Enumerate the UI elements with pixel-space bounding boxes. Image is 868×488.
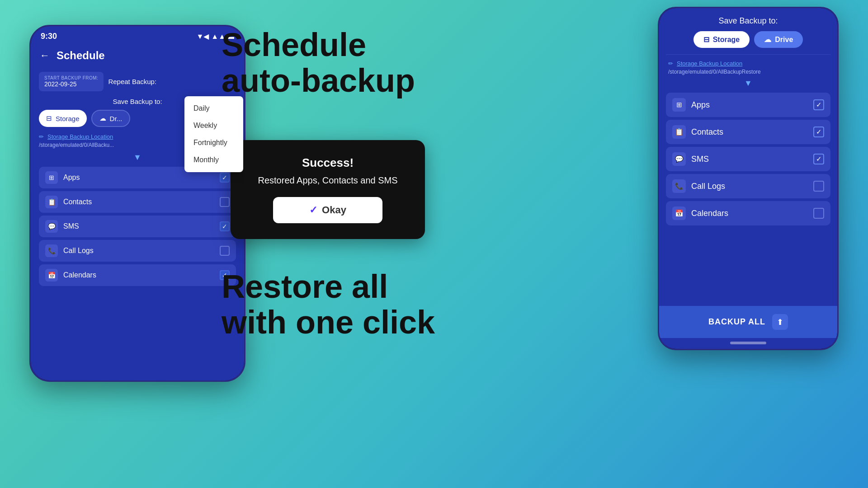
right-backup-item-sms[interactable]: 💬 SMS ✓ (666, 147, 830, 171)
headline-line2: auto-backup (222, 62, 415, 99)
phone-right: Save Backup to: ⊟ Storage ☁ Drive ✏ Stor… (658, 7, 839, 350)
right-contacts-label: Contacts (691, 127, 808, 137)
headline: Schedule auto-backup (222, 27, 439, 99)
right-drive-icon: ☁ (764, 35, 771, 44)
right-expand-arrow[interactable]: ▼ (659, 79, 837, 88)
backup-item-contacts[interactable]: 📋 Contacts (39, 191, 236, 213)
right-backup-items-list: ⊞ Apps ✓ 📋 Contacts ✓ 💬 SMS ✓ (659, 93, 837, 301)
apps-label: Apps (63, 174, 214, 182)
calendars-label: Calendars (63, 271, 214, 279)
start-backup-box: START BACKUP FROM: 2022-09-25 (39, 72, 104, 91)
wifi-icon: ▼◀ (196, 32, 209, 41)
dropdown-fortnightly[interactable]: Fortnightly (184, 134, 243, 151)
app-header-left: ← Schedule (31, 45, 244, 66)
dropdown-monthly[interactable]: Monthly (184, 151, 243, 169)
success-title: Success! (244, 156, 411, 170)
right-location-row: ✏ Storage Backup Location (659, 60, 837, 69)
okay-label: Okay (322, 204, 346, 216)
contacts-label: Contacts (63, 198, 214, 206)
sms-label: SMS (63, 222, 214, 230)
success-message: Restored Apps, Contacts and SMS (244, 175, 411, 186)
status-time: 9:30 (41, 32, 57, 41)
call-logs-label: Call Logs (63, 247, 214, 255)
repeat-backup-label: Repeat Backup: (108, 78, 156, 85)
right-backup-item-apps[interactable]: ⊞ Apps ✓ (666, 93, 830, 117)
okay-check-icon: ✓ (309, 204, 317, 216)
storage-button[interactable]: ⊟ Storage (39, 110, 87, 127)
right-sms-label: SMS (691, 155, 808, 164)
right-backup-item-calendars[interactable]: 📅 Calendars (666, 201, 830, 225)
right-pencil-icon: ✏ (668, 60, 673, 67)
right-storage-path: /storage/emulated/0/AllBackupRestore (659, 69, 837, 79)
center-content: Schedule auto-backup (222, 27, 439, 99)
right-calendars-label: Calendars (691, 209, 808, 218)
right-drive-label: Drive (775, 36, 793, 44)
drive-button[interactable]: ☁ Dr... (91, 110, 131, 127)
apps-icon: ⊞ (45, 171, 58, 184)
right-contacts-icon: 📋 (672, 125, 686, 139)
right-calendars-icon: 📅 (672, 206, 686, 220)
success-dialog: Success! Restored Apps, Contacts and SMS… (231, 140, 425, 239)
start-backup-date: 2022-09-25 (44, 80, 98, 88)
backup-all-upload-icon: ⬆ (772, 314, 788, 330)
pencil-icon: ✏ (39, 133, 44, 140)
apps-checkbox[interactable]: ✓ (220, 173, 230, 183)
storage-btn-label: Storage (56, 115, 80, 122)
storage-location-link[interactable]: Storage Backup Location (47, 133, 113, 140)
repeat-backup-dropdown: Daily Weekly Fortnightly Monthly (184, 96, 243, 172)
contacts-icon: 📋 (45, 196, 58, 208)
calendars-icon: 📅 (45, 269, 58, 282)
backup-item-calendars[interactable]: 📅 Calendars ✓ (39, 264, 236, 286)
backup-item-call-logs[interactable]: 📞 Call Logs (39, 240, 236, 262)
storage-icon: ⊟ (46, 114, 52, 122)
screen-title: Schedule (57, 49, 105, 62)
call-logs-icon: 📞 (45, 244, 58, 257)
dropdown-daily[interactable]: Daily (184, 100, 243, 117)
right-apps-checkbox[interactable]: ✓ (813, 99, 824, 110)
right-sms-icon: 💬 (672, 152, 686, 166)
restore-line1: Restore all (222, 268, 388, 305)
right-backup-item-contacts[interactable]: 📋 Contacts ✓ (666, 120, 830, 144)
restore-line2: with one click (222, 304, 435, 340)
phone-left: 9:30 ▼◀ ▲▲ ▬ ← Schedule START BACKUP FRO… (29, 25, 245, 382)
backup-all-label: BACKUP ALL (708, 317, 765, 327)
right-drive-button[interactable]: ☁ Drive (754, 31, 803, 48)
status-bar-left: 9:30 ▼◀ ▲▲ ▬ (31, 26, 244, 45)
contacts-checkbox[interactable] (220, 197, 230, 207)
start-backup-row: START BACKUP FROM: 2022-09-25 Repeat Bac… (39, 72, 236, 91)
right-calendars-checkbox[interactable] (813, 208, 824, 219)
backup-item-sms[interactable]: 💬 SMS ✓ (39, 216, 236, 237)
back-button[interactable]: ← (40, 50, 50, 61)
dropdown-weekly[interactable]: Weekly (184, 117, 243, 134)
okay-button[interactable]: ✓ Okay (273, 197, 382, 223)
restore-text: Restore all with one click (222, 269, 439, 340)
right-contacts-checkbox[interactable]: ✓ (813, 127, 824, 137)
right-divider (666, 54, 830, 55)
right-apps-label: Apps (691, 100, 808, 110)
drive-icon: ☁ (99, 114, 106, 122)
right-backup-item-call-logs[interactable]: 📞 Call Logs (666, 174, 830, 198)
bottom-center-text: Restore all with one click (222, 269, 439, 340)
right-call-logs-checkbox[interactable] (813, 181, 824, 192)
right-storage-label: Storage (713, 36, 740, 44)
right-save-label: Save Backup to: (659, 8, 837, 31)
headline-line1: Schedule (222, 27, 366, 63)
call-logs-checkbox[interactable] (220, 246, 230, 256)
right-location-link[interactable]: Storage Backup Location (677, 60, 742, 67)
right-storage-buttons: ⊟ Storage ☁ Drive (659, 31, 837, 54)
right-apps-icon: ⊞ (672, 98, 686, 112)
start-backup-label: START BACKUP FROM: (44, 75, 98, 80)
backup-all-button[interactable]: BACKUP ALL ⬆ (659, 306, 837, 338)
drive-btn-label: Dr... (110, 115, 123, 122)
right-sms-checkbox[interactable]: ✓ (813, 154, 824, 164)
right-storage-icon: ⊟ (703, 35, 709, 44)
sms-checkbox[interactable]: ✓ (220, 221, 230, 231)
right-storage-button[interactable]: ⊟ Storage (693, 31, 750, 48)
right-call-logs-icon: 📞 (672, 179, 686, 193)
backup-items-list: ⊞ Apps ✓ 📋 Contacts 💬 SMS ✓ 📞 Call Logs (39, 167, 236, 286)
home-bar (730, 342, 766, 344)
right-call-logs-label: Call Logs (691, 182, 808, 191)
sms-icon: 💬 (45, 220, 58, 233)
